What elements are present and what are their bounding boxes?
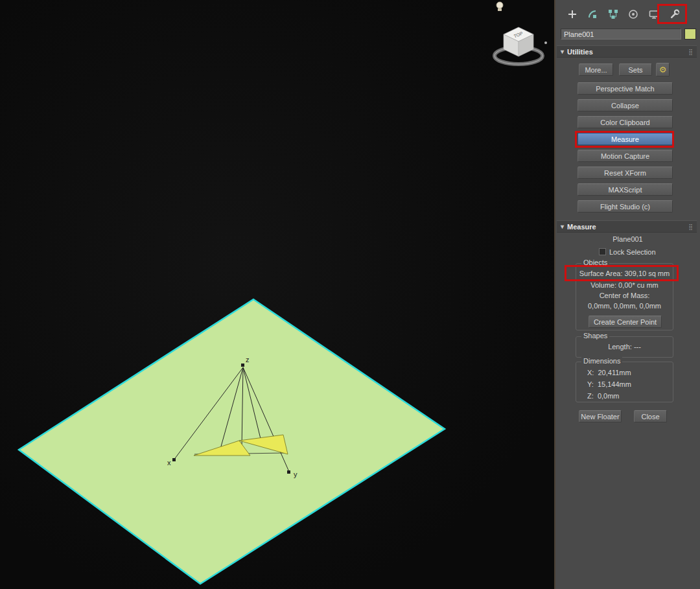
object-color-swatch[interactable] — [684, 29, 696, 40]
create-tab-icon[interactable] — [565, 6, 580, 22]
utilities-rollout-header[interactable]: ▾ Utilities ⣿ — [557, 45, 697, 58]
more-button[interactable]: More... — [579, 64, 613, 76]
light-icon[interactable] — [496, 2, 503, 11]
dimensions-group: X: 20,411mm Y: 15,144mm Z: 0,0mm — [576, 362, 673, 402]
color-clipboard-button[interactable]: Color Clipboard — [578, 116, 673, 128]
viewcube[interactable]: TOP — [495, 27, 547, 64]
length-value: Length: --- — [576, 343, 673, 351]
chevron-down-icon: ▾ — [561, 48, 564, 55]
motion-tab-icon[interactable] — [625, 6, 641, 22]
chevron-down-icon: ▾ — [561, 223, 564, 230]
lock-selection-label: Lock Selection — [609, 248, 656, 256]
maxscript-button[interactable]: MAXScript — [578, 183, 673, 196]
utilities-tab-icon[interactable] — [667, 6, 682, 22]
center-of-mass-label: Center of Mass: — [576, 292, 673, 299]
plane-object[interactable] — [19, 299, 445, 584]
perspective-match-button[interactable]: Perspective Match — [578, 82, 673, 95]
shapes-group-title: Shapes — [581, 332, 609, 340]
application-window: z x y TOP — [0, 0, 700, 589]
objects-group-title: Objects — [581, 259, 609, 266]
axis-z-label: z — [246, 356, 250, 364]
close-button[interactable]: Close — [634, 410, 667, 422]
viewport[interactable]: z x y TOP — [0, 0, 554, 589]
surface-area-value: Surface Area: 309,10 sq mm — [576, 270, 673, 277]
motion-capture-button[interactable]: Motion Capture — [578, 150, 673, 162]
axis-x-label: x — [167, 459, 171, 467]
modify-tab-icon[interactable] — [585, 6, 600, 22]
viewport-canvas: z x y TOP — [0, 0, 554, 589]
object-name-field[interactable] — [561, 29, 681, 40]
measure-rollout-header[interactable]: ▾ Measure ⣿ — [557, 220, 697, 233]
objects-group: Surface Area: 309,10 sq mm Volume: 0,00*… — [576, 263, 673, 330]
reset-xform-button[interactable]: Reset XForm — [578, 167, 673, 179]
dimension-x-value: X: 20,411mm — [587, 369, 631, 376]
display-tab-icon[interactable] — [646, 6, 662, 22]
configure-sets-button[interactable]: ⚙ — [656, 63, 670, 76]
measure-button[interactable]: Measure — [578, 133, 673, 145]
volume-value: Volume: 0,00* cu mm — [576, 281, 673, 289]
viewcube-dot — [544, 41, 547, 44]
measure-rollout-title: Measure — [567, 223, 596, 231]
lock-selection-checkbox[interactable] — [599, 248, 606, 255]
dimension-z-value: Z: 0,0mm — [587, 392, 620, 400]
new-floater-button[interactable]: New Floater — [579, 410, 622, 422]
command-panel: ▾ Utilities ⣿ More... Sets ⚙ Perspective… — [555, 0, 700, 589]
hierarchy-tab-icon[interactable] — [605, 6, 621, 22]
dimensions-group-title: Dimensions — [581, 357, 622, 365]
flight-studio-button[interactable]: Flight Studio (c) — [578, 200, 673, 213]
dimension-y-value: Y: 15,144mm — [587, 380, 631, 388]
measured-object-name: Plane001 — [555, 235, 700, 243]
rollout-drag-handle-icon: ⣿ — [688, 49, 693, 55]
rollout-drag-handle-icon: ⣿ — [688, 224, 693, 230]
axis-y-label: y — [294, 470, 298, 478]
create-center-point-button[interactable]: Create Center Point — [589, 316, 662, 328]
configure-sets-gear-icon: ⚙ — [659, 65, 667, 74]
sets-button[interactable]: Sets — [619, 64, 652, 76]
collapse-button[interactable]: Collapse — [578, 99, 673, 111]
utilities-rollout-title: Utilities — [567, 48, 593, 56]
center-of-mass-value: 0,0mm, 0,0mm, 0,0mm — [576, 302, 673, 310]
